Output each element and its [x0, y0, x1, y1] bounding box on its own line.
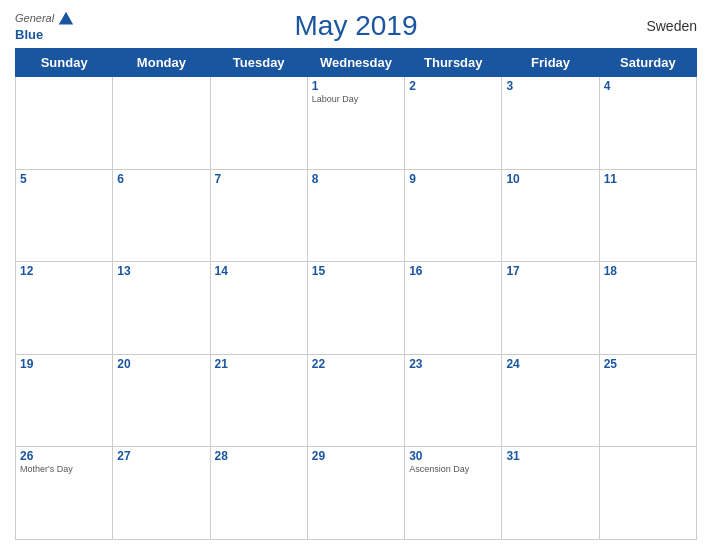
calendar-header: General Blue May 2019 Sweden: [15, 10, 697, 42]
weekday-header-thursday: Thursday: [405, 49, 502, 77]
day-number: 25: [604, 357, 692, 371]
holiday-label: Labour Day: [312, 94, 400, 104]
calendar-cell: 22: [307, 354, 404, 447]
day-number: 19: [20, 357, 108, 371]
day-number: 16: [409, 264, 497, 278]
logo-general-text: General: [15, 10, 75, 28]
calendar-cell: 12: [16, 262, 113, 355]
week-row-2: 567891011: [16, 169, 697, 262]
country-label: Sweden: [646, 18, 697, 34]
week-row-5: 26Mother's Day27282930Ascension Day31: [16, 447, 697, 540]
day-number: 2: [409, 79, 497, 93]
day-number: 24: [506, 357, 594, 371]
calendar-cell: 14: [210, 262, 307, 355]
calendar-cell: [113, 77, 210, 170]
day-number: 1: [312, 79, 400, 93]
calendar-cell: 29: [307, 447, 404, 540]
calendar-cell: 27: [113, 447, 210, 540]
calendar-cell: 15: [307, 262, 404, 355]
day-number: 10: [506, 172, 594, 186]
day-number: 21: [215, 357, 303, 371]
calendar-cell: 2: [405, 77, 502, 170]
day-number: 8: [312, 172, 400, 186]
holiday-label: Mother's Day: [20, 464, 108, 474]
day-number: 29: [312, 449, 400, 463]
calendar-cell: 26Mother's Day: [16, 447, 113, 540]
calendar-cell: [210, 77, 307, 170]
calendar-cell: [599, 447, 696, 540]
calendar-cell: 20: [113, 354, 210, 447]
holiday-label: Ascension Day: [409, 464, 497, 474]
calendar-cell: 13: [113, 262, 210, 355]
calendar-table: SundayMondayTuesdayWednesdayThursdayFrid…: [15, 48, 697, 540]
day-number: 12: [20, 264, 108, 278]
calendar-cell: 16: [405, 262, 502, 355]
weekday-header-wednesday: Wednesday: [307, 49, 404, 77]
weekday-header-tuesday: Tuesday: [210, 49, 307, 77]
logo: General Blue: [15, 10, 75, 42]
day-number: 17: [506, 264, 594, 278]
day-number: 13: [117, 264, 205, 278]
calendar-cell: 7: [210, 169, 307, 262]
calendar-cell: 6: [113, 169, 210, 262]
calendar-cell: 21: [210, 354, 307, 447]
calendar-cell: 24: [502, 354, 599, 447]
calendar-cell: 3: [502, 77, 599, 170]
logo-blue-text: Blue: [15, 28, 43, 42]
calendar-cell: 28: [210, 447, 307, 540]
day-number: 7: [215, 172, 303, 186]
calendar-cell: 19: [16, 354, 113, 447]
day-number: 31: [506, 449, 594, 463]
calendar-cell: 5: [16, 169, 113, 262]
calendar-cell: 25: [599, 354, 696, 447]
calendar-cell: 1Labour Day: [307, 77, 404, 170]
calendar-cell: 31: [502, 447, 599, 540]
week-row-4: 19202122232425: [16, 354, 697, 447]
day-number: 27: [117, 449, 205, 463]
week-row-3: 12131415161718: [16, 262, 697, 355]
calendar-cell: 18: [599, 262, 696, 355]
day-number: 14: [215, 264, 303, 278]
calendar-cell: 23: [405, 354, 502, 447]
calendar-cell: 11: [599, 169, 696, 262]
calendar-title: May 2019: [295, 10, 418, 42]
day-number: 5: [20, 172, 108, 186]
weekday-header-row: SundayMondayTuesdayWednesdayThursdayFrid…: [16, 49, 697, 77]
day-number: 23: [409, 357, 497, 371]
weekday-header-sunday: Sunday: [16, 49, 113, 77]
calendar-wrapper: General Blue May 2019 Sweden SundayMonda…: [0, 0, 712, 550]
day-number: 4: [604, 79, 692, 93]
weekday-header-monday: Monday: [113, 49, 210, 77]
day-number: 15: [312, 264, 400, 278]
day-number: 22: [312, 357, 400, 371]
day-number: 6: [117, 172, 205, 186]
calendar-cell: 10: [502, 169, 599, 262]
calendar-cell: 4: [599, 77, 696, 170]
calendar-cell: 30Ascension Day: [405, 447, 502, 540]
day-number: 30: [409, 449, 497, 463]
day-number: 9: [409, 172, 497, 186]
day-number: 28: [215, 449, 303, 463]
day-number: 20: [117, 357, 205, 371]
calendar-cell: [16, 77, 113, 170]
day-number: 18: [604, 264, 692, 278]
day-number: 3: [506, 79, 594, 93]
weekday-header-friday: Friday: [502, 49, 599, 77]
day-number: 11: [604, 172, 692, 186]
calendar-cell: 17: [502, 262, 599, 355]
weekday-header-saturday: Saturday: [599, 49, 696, 77]
week-row-1: 1Labour Day234: [16, 77, 697, 170]
day-number: 26: [20, 449, 108, 463]
svg-marker-0: [59, 12, 73, 25]
calendar-cell: 9: [405, 169, 502, 262]
calendar-cell: 8: [307, 169, 404, 262]
